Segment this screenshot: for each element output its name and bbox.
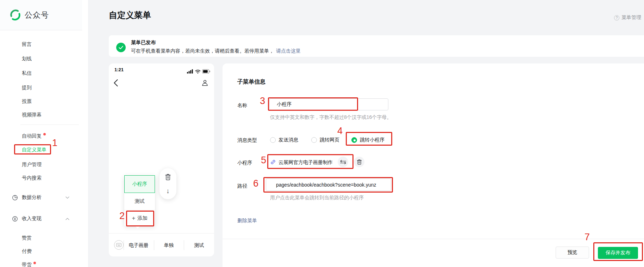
back-chevron-icon[interactable] bbox=[113, 79, 118, 87]
page-title: 自定义菜单 bbox=[109, 10, 151, 21]
sidebar-item-underline[interactable]: 划线 bbox=[22, 55, 32, 62]
name-helper: 仅支持中英文和数字，字数不超过8个汉字或16个字母。 bbox=[270, 114, 392, 121]
phone-tab-ebook-album[interactable]: 电子画册 bbox=[124, 233, 154, 257]
sidebar-section-data-analytics[interactable]: 数据分析 bbox=[12, 194, 82, 201]
path-label: 路径 bbox=[237, 183, 247, 189]
signal-icon bbox=[187, 69, 193, 74]
miniprogram-label: 小程序 bbox=[237, 160, 252, 166]
radio-send-message[interactable]: 发送消息 bbox=[270, 137, 298, 143]
radio-jump-webpage[interactable]: 跳转网页 bbox=[311, 137, 339, 143]
add-menu-item-button[interactable]: + 添加 bbox=[124, 210, 155, 226]
move-down-icon[interactable]: ↓ bbox=[166, 188, 170, 194]
wechat-oa-admin-page: 公众号 留言 划线 私信 提到 投票 视频弹幕 自动回复 自定义菜单 用户管理 … bbox=[0, 0, 644, 267]
section-label: 数据分析 bbox=[22, 194, 42, 201]
preview-button[interactable]: 预览 bbox=[556, 247, 589, 259]
name-input[interactable] bbox=[269, 98, 388, 110]
menu-manage-link[interactable]: ? 菜单管理 bbox=[614, 14, 641, 21]
swap-icon bbox=[340, 160, 346, 164]
name-label: 名称 bbox=[237, 102, 247, 109]
sidebar-item-account-search[interactable]: 号内搜索 bbox=[22, 174, 42, 181]
sidebar-item-private-message[interactable]: 私信 bbox=[22, 69, 32, 77]
phone-tab-standalone[interactable]: 单独 bbox=[154, 233, 184, 257]
yen-circle-icon bbox=[12, 216, 18, 222]
trash-icon[interactable] bbox=[164, 173, 171, 181]
success-check-icon bbox=[116, 43, 126, 52]
notification-dot bbox=[43, 133, 46, 135]
delete-menu-link[interactable]: 删除菜单 bbox=[237, 218, 257, 224]
notification-dot bbox=[33, 262, 36, 264]
path-helper: 用户点击此菜单会跳转到当前路径的小程序 bbox=[270, 195, 364, 201]
sidebar-item-custom-menu[interactable]: 自定义菜单 bbox=[22, 146, 46, 153]
wifi-icon bbox=[195, 70, 200, 74]
sidebar-item-goods[interactable]: 带货 bbox=[22, 261, 36, 267]
sidebar: 公众号 留言 划线 私信 提到 投票 视频弹幕 自动回复 自定义菜单 用户管理 … bbox=[0, 0, 88, 267]
miniprogram-link-icon bbox=[270, 159, 276, 165]
sidebar-item-video-danmu[interactable]: 视频弹幕 bbox=[22, 111, 42, 118]
phone-tab-test[interactable]: 测试 bbox=[184, 233, 214, 257]
plus-icon: + bbox=[132, 215, 136, 222]
keyboard-icon[interactable] bbox=[114, 240, 124, 250]
sidebar-item-label: 带货 bbox=[22, 262, 32, 267]
swap-miniprogram-button[interactable] bbox=[338, 157, 348, 167]
sidebar-item-votes[interactable]: 投票 bbox=[22, 98, 32, 105]
sidebar-item-auto-reply[interactable]: 自动回复 bbox=[22, 132, 46, 139]
radio-label: 跳转小程序 bbox=[360, 137, 384, 143]
phone-preview bbox=[109, 63, 214, 256]
section-label: 收入变现 bbox=[22, 216, 42, 222]
radio-circle[interactable] bbox=[311, 137, 317, 143]
sidebar-item-label: 自动回复 bbox=[22, 133, 42, 139]
radio-jump-miniprogram[interactable]: 跳转小程序 bbox=[351, 137, 384, 143]
radio-label: 发送消息 bbox=[279, 137, 298, 143]
menu-popup: 小程序 测试 + 添加 bbox=[124, 175, 155, 226]
sidebar-item-mentions[interactable]: 提到 bbox=[22, 84, 32, 91]
trash-icon bbox=[356, 159, 362, 165]
path-input[interactable] bbox=[266, 178, 391, 191]
sidebar-item-paid-content[interactable]: 付费 bbox=[22, 248, 32, 255]
battery-icon bbox=[202, 69, 210, 73]
menu-manage-label: 菜单管理 bbox=[621, 14, 641, 21]
sidebar-item-user-management[interactable]: 用户管理 bbox=[22, 161, 42, 168]
radio-circle-selected[interactable] bbox=[351, 137, 357, 143]
delete-miniprogram-button[interactable] bbox=[354, 157, 364, 167]
sidebar-item-comments[interactable]: 留言 bbox=[22, 41, 32, 48]
phone-clock: 1:21 bbox=[114, 67, 124, 72]
radio-label: 跳转网页 bbox=[320, 137, 339, 143]
sidebar-section-revenue[interactable]: 收入变现 bbox=[12, 216, 82, 222]
wechat-oa-logo-icon bbox=[10, 9, 21, 21]
chevron-up-icon bbox=[65, 218, 69, 220]
message-type-label: 消息类型 bbox=[237, 137, 257, 144]
form-title: 子菜单信息 bbox=[237, 78, 265, 86]
chevron-down-icon bbox=[65, 196, 69, 199]
pie-chart-icon bbox=[12, 195, 18, 201]
save-publish-button[interactable]: 保存并发布 bbox=[598, 247, 638, 259]
brand[interactable]: 公众号 bbox=[0, 0, 82, 30]
sidebar-divider bbox=[20, 125, 79, 125]
contact-person-icon[interactable] bbox=[201, 79, 208, 87]
menu-item-miniprogram[interactable]: 小程序 bbox=[124, 175, 155, 193]
brand-title: 公众号 bbox=[25, 10, 49, 20]
footer-divider bbox=[223, 239, 644, 239]
miniprogram-name: 云展网官方电子画册制作 bbox=[279, 159, 333, 166]
menu-item-test[interactable]: 测试 bbox=[124, 193, 155, 210]
radio-circle[interactable] bbox=[270, 137, 276, 143]
banner-text: 可在手机查看菜单内容，若尚未生效，请稍后查看。若停用菜单， bbox=[131, 48, 274, 54]
banner-body: 可在手机查看菜单内容，若尚未生效，请稍后查看。若停用菜单， 请点击这里 bbox=[131, 48, 301, 54]
add-label: 添加 bbox=[137, 215, 147, 222]
sidebar-item-appreciation[interactable]: 赞赏 bbox=[22, 234, 32, 241]
phone-menu-bar: 电子画册 单独 测试 bbox=[109, 233, 214, 256]
banner-title: 菜单已发布 bbox=[131, 40, 156, 46]
phone-status-icons bbox=[187, 69, 210, 74]
help-icon: ? bbox=[614, 15, 619, 20]
disable-menu-link[interactable]: 请点击这里 bbox=[276, 48, 301, 54]
menu-actions-pill: ↓ bbox=[160, 168, 176, 199]
